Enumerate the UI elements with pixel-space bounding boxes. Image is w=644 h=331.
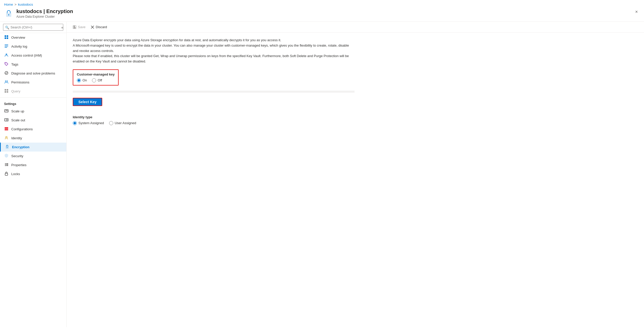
gray-bar (73, 91, 355, 93)
sidebar-item-access-control[interactable]: Access control (IAM) (0, 51, 66, 60)
access-control-icon (4, 53, 9, 58)
sidebar-item-scale-up[interactable]: Scale up (0, 107, 66, 116)
activity-log-icon (4, 44, 9, 49)
sidebar-divider (0, 97, 66, 98)
sidebar-search-container: 🔍 « (0, 22, 66, 33)
sidebar-item-locks[interactable]: Locks (0, 169, 66, 178)
svg-rect-31 (6, 165, 8, 166)
description-line1: Azure Data Explorer encrypts your data u… (73, 38, 355, 43)
radio-off-input[interactable] (92, 78, 96, 82)
svg-rect-32 (5, 173, 8, 175)
breadcrumb-home[interactable]: Home (4, 3, 13, 6)
scale-out-icon (4, 118, 9, 123)
svg-rect-7 (5, 46, 8, 46)
svg-rect-4 (5, 37, 6, 39)
sidebar-item-identity[interactable]: Identity (0, 134, 66, 143)
discard-button[interactable]: Discard (89, 24, 109, 30)
sidebar-item-label: Access control (IAM) (11, 54, 42, 57)
svg-rect-34 (74, 26, 75, 27)
user-assigned-label[interactable]: User Assigned (109, 121, 136, 125)
sidebar-item-query: Query (0, 87, 66, 96)
configurations-icon (4, 127, 9, 132)
svg-rect-22 (5, 130, 8, 130)
sidebar-item-configurations[interactable]: Configurations (0, 125, 66, 134)
close-button[interactable]: × (633, 8, 640, 15)
user-assigned-input[interactable] (109, 121, 113, 125)
customer-managed-key-label: Customer-managed key (77, 72, 115, 76)
page-subtitle: Azure Data Explorer Cluster (16, 15, 73, 18)
properties-icon (4, 163, 9, 167)
sidebar-item-security[interactable]: Security (0, 152, 66, 161)
radio-on-input[interactable] (77, 78, 81, 82)
svg-rect-2 (5, 35, 6, 37)
settings-section-label: Settings (0, 99, 66, 107)
sidebar-item-activity-log[interactable]: Activity log (0, 42, 66, 51)
svg-rect-20 (5, 127, 8, 128)
breadcrumb-current[interactable]: kustodocs (18, 3, 33, 6)
identity-type-radio-group: System Assigned User Assigned (73, 121, 638, 125)
svg-rect-6 (5, 45, 8, 45)
svg-rect-15 (7, 89, 8, 91)
sidebar-item-label: Diagnose and solve problems (11, 71, 55, 75)
sidebar-item-label: Encryption (12, 145, 29, 149)
identity-icon (4, 136, 9, 141)
system-assigned-text: System Assigned (78, 121, 104, 125)
search-input[interactable] (3, 24, 63, 31)
select-key-button[interactable]: Select Key (73, 98, 102, 106)
collapse-button[interactable]: « (60, 25, 64, 30)
sidebar-item-diagnose[interactable]: Diagnose and solve problems (0, 69, 66, 78)
description-line2: A Microsoft-managed key is used to encry… (73, 43, 355, 54)
breadcrumb: Home > kustodocs (0, 0, 644, 7)
identity-type-label: Identity type (73, 115, 638, 119)
sidebar-item-label: Overview (11, 36, 25, 39)
save-button[interactable]: Save (71, 24, 88, 30)
tags-icon (4, 62, 9, 67)
content-body: Azure Data Explorer encrypts your data u… (67, 33, 644, 327)
sidebar-item-overview[interactable]: Overview (0, 33, 66, 42)
svg-rect-29 (6, 164, 8, 165)
sidebar-item-scale-out[interactable]: Scale out (0, 116, 66, 125)
content-area: Save Discard Azure Data Explorer encrypt… (67, 22, 644, 327)
query-icon (4, 89, 9, 94)
discard-icon (91, 25, 94, 29)
sidebar-item-label: Permissions (11, 80, 29, 84)
lock-icon (4, 9, 13, 18)
description-text: Azure Data Explorer encrypts your data u… (73, 38, 355, 64)
svg-point-26 (5, 163, 6, 164)
identity-type-section: Identity type System Assigned User Assig… (73, 115, 638, 125)
sidebar-item-label: Security (11, 154, 23, 158)
svg-rect-5 (7, 37, 8, 39)
radio-off-label[interactable]: Off (92, 78, 102, 82)
customer-managed-key-section: Customer-managed key On Off (73, 69, 119, 86)
svg-rect-3 (7, 35, 8, 37)
sidebar-item-label: Activity log (11, 45, 27, 48)
system-assigned-input[interactable] (73, 121, 77, 125)
radio-on-label[interactable]: On (77, 78, 87, 82)
sidebar-item-label: Scale out (11, 118, 25, 122)
discard-label: Discard (96, 25, 107, 29)
sidebar-item-label: Locks (11, 172, 20, 176)
page-title: kustodocs | Encryption (16, 8, 73, 14)
encryption-icon (5, 145, 9, 150)
breadcrumb-separator: > (15, 3, 17, 6)
security-icon (4, 154, 9, 158)
sidebar-item-label: Configurations (11, 127, 33, 131)
sidebar-item-encryption[interactable]: Encryption (0, 143, 66, 152)
page-header: kustodocs | Encryption Azure Data Explor… (0, 7, 644, 22)
sidebar-item-tags[interactable]: Tags (0, 60, 66, 69)
svg-rect-21 (5, 129, 8, 129)
customer-managed-key-radio-group: On Off (77, 78, 115, 82)
svg-rect-35 (74, 27, 76, 28)
diagnose-icon (4, 71, 9, 76)
scale-up-icon (4, 109, 9, 114)
radio-on-text: On (82, 78, 87, 82)
sidebar-item-properties[interactable]: Properties (0, 161, 66, 169)
sidebar-item-permissions[interactable]: Permissions (0, 78, 66, 87)
sidebar-item-label: Identity (11, 136, 22, 140)
svg-rect-8 (5, 47, 7, 48)
svg-point-10 (6, 63, 6, 64)
sidebar-item-label: Query (11, 89, 20, 93)
select-key-container: Select Key (73, 98, 638, 111)
system-assigned-label[interactable]: System Assigned (73, 121, 104, 125)
sidebar: 🔍 « Overview Activity log (0, 22, 67, 327)
